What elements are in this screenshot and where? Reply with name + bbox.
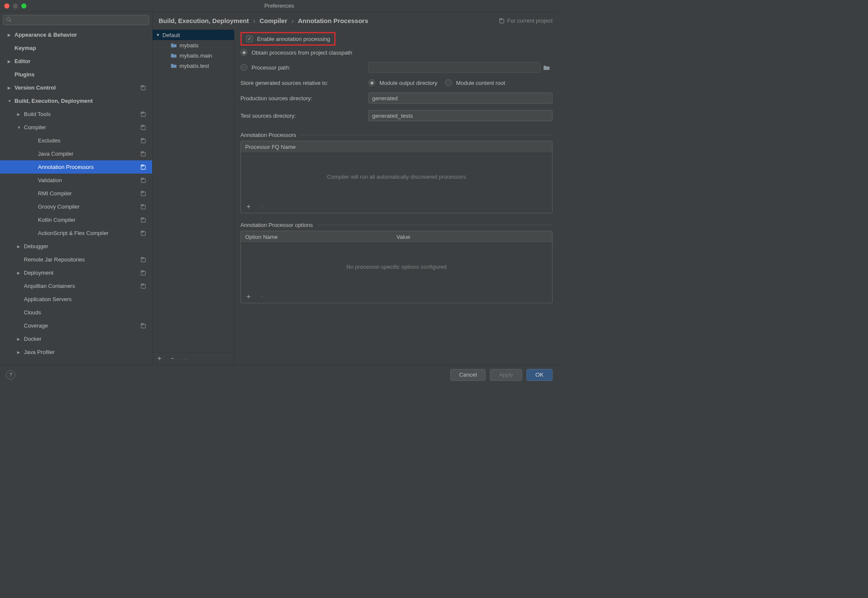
store-label: Store generated sources relative to:: [240, 80, 368, 86]
processor-path-input[interactable]: [368, 62, 541, 73]
tree-item-label: Docker: [24, 336, 41, 342]
tree-arrow-icon: ▶: [8, 86, 12, 90]
move-profile-button: →: [182, 355, 188, 363]
browse-folder-icon[interactable]: [541, 62, 553, 73]
radio-icon: [445, 79, 452, 86]
tree-item-build-execution-deployment[interactable]: ▼Build, Execution, Deployment: [0, 94, 152, 107]
project-scope-icon: [140, 111, 146, 117]
col-option-value[interactable]: Value: [396, 234, 548, 240]
tree-arrow-icon: ▶: [8, 59, 12, 64]
processor-path-radio[interactable]: Processor path:: [240, 64, 368, 71]
add-option-button[interactable]: ＋: [245, 292, 252, 301]
tree-item-java-compiler[interactable]: Java Compiler: [0, 147, 152, 160]
tree-item-label: Arquillian Containers: [24, 283, 75, 289]
production-dir-input[interactable]: [368, 93, 553, 104]
test-dir-input[interactable]: [368, 110, 553, 121]
tree-item-clouds[interactable]: Clouds: [0, 306, 152, 319]
breadcrumb-item[interactable]: Build, Execution, Deployment: [159, 17, 249, 24]
col-option-name[interactable]: Option Name: [245, 234, 396, 240]
profile-default[interactable]: ▼ Default: [153, 30, 234, 40]
module-label: mybatis: [179, 42, 199, 49]
breadcrumb: Build, Execution, Deployment › Compiler …: [159, 17, 368, 24]
tree-item-kotlin-compiler[interactable]: Kotlin Compiler: [0, 213, 152, 226]
tree-arrow-icon: ▶: [17, 337, 21, 341]
ok-button[interactable]: OK: [527, 369, 553, 381]
tree-arrow-icon: ▼: [17, 125, 21, 130]
processors-empty-text: Compiler will run all automatically disc…: [241, 153, 552, 200]
titlebar: Preferences: [0, 0, 558, 12]
project-scope-icon: [140, 151, 146, 157]
project-scope-icon: [140, 125, 146, 131]
module-content-radio[interactable]: Module content root: [445, 79, 505, 86]
project-scope-icon: [140, 85, 146, 91]
add-processor-button[interactable]: ＋: [245, 202, 252, 211]
tree-item-plugins[interactable]: Plugins: [0, 68, 152, 81]
divider: [301, 135, 553, 135]
tree-item-label: Excludes: [38, 137, 61, 144]
tree-item-label: Coverage: [24, 322, 48, 329]
breadcrumb-item: Annotation Processors: [298, 17, 368, 24]
options-group-title: Annotation Processor options: [240, 222, 313, 228]
module-mybatis[interactable]: mybatis: [153, 40, 234, 50]
tree-item-compiler[interactable]: ▼Compiler: [0, 121, 152, 134]
tree-item-label: Build, Execution, Deployment: [14, 98, 93, 104]
breadcrumb-item[interactable]: Compiler: [260, 17, 287, 24]
tree-arrow-icon: ▶: [17, 112, 21, 116]
col-processor-name[interactable]: Processor FQ Name: [245, 144, 548, 150]
tree-item-remote-jar-repositories[interactable]: Remote Jar Repositories: [0, 253, 152, 266]
project-scope-icon: [140, 138, 146, 144]
window-title: Preferences: [264, 3, 294, 9]
help-button[interactable]: ?: [6, 370, 15, 380]
tree-arrow-icon: ▶: [17, 271, 21, 275]
remove-option-button: －: [258, 292, 265, 301]
tree-item-validation[interactable]: Validation: [0, 174, 152, 187]
tree-item-build-tools[interactable]: ▶Build Tools: [0, 107, 152, 121]
obtain-from-classpath-radio[interactable]: Obtain processors from project classpath: [240, 49, 553, 56]
tree-item-excludes[interactable]: Excludes: [0, 134, 152, 147]
tree-arrow-icon: ▶: [17, 244, 21, 249]
search-icon: [6, 17, 12, 23]
breadcrumb-separator: ›: [292, 17, 294, 24]
tree-item-docker[interactable]: ▶Docker: [0, 332, 152, 345]
checkbox-icon: [246, 35, 253, 42]
tree-item-actionscript-flex-compiler[interactable]: ActionScript & Flex Compiler: [0, 226, 152, 240]
tree-item-rmi-compiler[interactable]: RMI Compiler: [0, 187, 152, 200]
project-scope-icon: [140, 204, 146, 210]
tree-item-groovy-compiler[interactable]: Groovy Compiler: [0, 200, 152, 213]
remove-profile-button[interactable]: －: [169, 354, 176, 363]
test-dir-label: Test sources directory:: [240, 113, 368, 119]
traffic-lights: [4, 3, 26, 9]
tree-item-arquillian-containers[interactable]: Arquillian Containers: [0, 279, 152, 293]
tree-item-version-control[interactable]: ▶Version Control: [0, 81, 152, 94]
module-output-radio[interactable]: Module output directory: [368, 79, 437, 86]
project-scope-hint: For current project: [499, 17, 553, 24]
enable-annotation-processing-checkbox[interactable]: Enable annotation processing: [246, 35, 330, 42]
tree-item-editor[interactable]: ▶Editor: [0, 55, 152, 68]
breadcrumb-separator: ›: [253, 17, 255, 24]
tree-item-label: Deployment: [24, 270, 53, 276]
maximize-window-button[interactable]: [21, 3, 26, 9]
tree-item-application-servers[interactable]: Application Servers: [0, 293, 152, 306]
apply-button[interactable]: Apply: [490, 369, 522, 381]
module-label: mybatis.test: [179, 63, 209, 69]
close-window-button[interactable]: [4, 3, 9, 9]
module-mybatis-main[interactable]: mybatis.main: [153, 50, 234, 61]
module-mybatis-test[interactable]: mybatis.test: [153, 61, 234, 71]
profile-panel: ▼ Default mybatismybatis.mainmybatis.tes…: [153, 29, 234, 365]
tree-item-coverage[interactable]: Coverage: [0, 319, 152, 332]
tree-item-label: Debugger: [24, 243, 48, 250]
search-input[interactable]: [3, 15, 149, 25]
chevron-down-icon: ▼: [156, 33, 160, 37]
tree-item-appearance-behavior[interactable]: ▶Appearance & Behavior: [0, 28, 152, 41]
minimize-window-button[interactable]: [13, 3, 18, 9]
cancel-button[interactable]: Cancel: [450, 369, 486, 381]
processors-group-title: Annotation Processors: [240, 132, 296, 138]
tree-item-deployment[interactable]: ▶Deployment: [0, 266, 152, 279]
tree-item-annotation-processors[interactable]: Annotation Processors: [0, 160, 152, 174]
tree-item-java-profiler[interactable]: ▶Java Profiler: [0, 345, 152, 359]
project-scope-icon: [140, 270, 146, 276]
tree-item-keymap[interactable]: Keymap: [0, 41, 152, 55]
add-profile-button[interactable]: ＋: [156, 354, 163, 363]
tree-item-debugger[interactable]: ▶Debugger: [0, 240, 152, 253]
tree-item-label: Keymap: [14, 45, 36, 51]
